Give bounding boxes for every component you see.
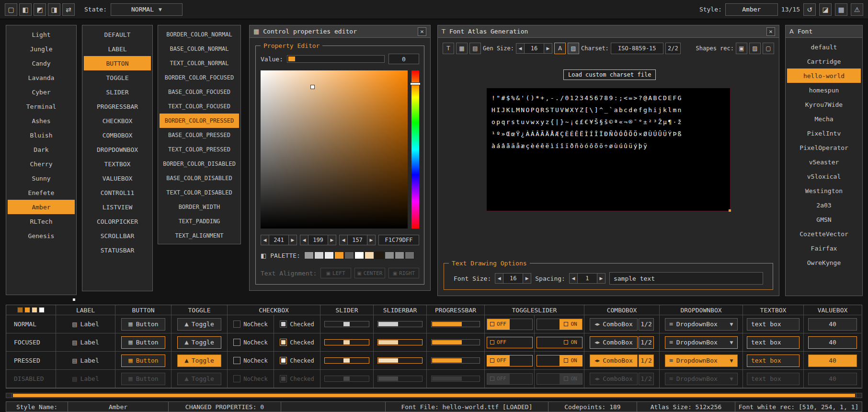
dropdownbox-control[interactable]: ≡DropdownBox▼ [665,318,738,331]
font-item[interactable]: Westington [787,183,861,198]
font-item[interactable]: PixelIntv [787,126,861,140]
checkbox-unchecked[interactable]: NoCheck [233,357,268,364]
property-item[interactable]: BORDER_COLOR_NORMAL [160,27,239,42]
align-center-button[interactable]: ▣CENTER [354,268,385,278]
property-item[interactable]: BORDER_COLOR_DISABLED [160,157,239,171]
about-button[interactable]: ⚠ [851,3,863,16]
combobox-control[interactable]: ◂▸ComboBox [590,336,638,349]
font-item[interactable]: v5easter [787,155,861,169]
scrollbar-handle[interactable] [13,394,855,397]
green-value[interactable]: 199 [308,235,328,245]
property-item[interactable]: BASE_COLOR_FOCUSED [160,85,239,99]
gen-size-value[interactable]: 16 [525,43,544,54]
shapes-rec-button-3[interactable]: ▢ [763,43,774,54]
font-item[interactable]: Fairfax [787,241,861,255]
font-item[interactable]: v5loxical [787,169,861,183]
combobox-control[interactable]: ◂▸ComboBox [590,355,638,367]
color-swatch[interactable] [334,252,344,259]
control-type-item[interactable]: LISTVIEW [84,200,151,214]
color-swatch[interactable] [32,307,37,313]
style-dropdown[interactable]: Amber [725,3,778,16]
style-item[interactable]: Dark [8,142,75,157]
style-item[interactable]: Candy [8,56,75,70]
color-picker[interactable] [261,70,408,229]
property-item[interactable]: TEXT_ALIGNMENT [160,229,239,243]
toggleslider-on[interactable]: ON [537,337,582,348]
style-item[interactable]: Lavanda [8,70,75,85]
decrement-button[interactable]: ◀ [495,273,503,284]
decrement-button[interactable]: ◀ [300,235,308,245]
property-item[interactable]: TEXT_PADDING [160,214,239,229]
value-slider[interactable] [287,55,385,63]
scroll-right-button[interactable] [856,393,862,398]
color-swatch[interactable] [324,252,334,259]
button-control[interactable]: ▦Button [121,355,165,367]
toggle-control[interactable]: ▲Toggle [177,336,221,349]
style-item[interactable]: Jungle [8,42,75,56]
color-swatch[interactable] [405,252,414,259]
checkbox-checked[interactable]: Checked [280,339,314,346]
control-type-item[interactable]: SCROLLBAR [84,229,151,243]
shapes-rec-button-2[interactable]: ▨ [749,43,761,54]
style-item[interactable]: RLTech [8,214,75,229]
slider-handle[interactable] [343,322,350,326]
control-type-item[interactable]: CONTROL11 [84,185,151,200]
style-item[interactable]: Cherry [8,157,75,171]
new-file-button[interactable]: ▢ [5,3,17,16]
decrement-button[interactable]: ◀ [261,235,269,245]
table-view-button[interactable]: ▦ [835,3,847,16]
color-swatch[interactable] [39,307,45,313]
combobox-counter[interactable]: 1/2 [639,318,654,331]
property-item[interactable]: BASE_COLOR_DISABLED [160,171,239,185]
button-control[interactable]: ▦Button [121,336,165,349]
horizontal-scrollbar[interactable] [6,393,862,398]
propwin-titlebar[interactable]: ▦ Control properties editor × [250,25,430,38]
checkbox-unchecked[interactable]: NoCheck [233,320,268,328]
control-type-item[interactable]: DEFAULT [84,27,151,42]
charset-mode-button[interactable]: ▨ [568,43,579,54]
font-item[interactable]: default [787,40,861,54]
valuebox-control[interactable]: 40 [808,336,857,349]
atlas-export-button[interactable]: ▤ [469,43,481,54]
toggle-control[interactable]: ▲Toggle [177,355,221,367]
shapes-rec-button-1[interactable]: ▣ [736,43,747,54]
increment-button[interactable]: ▶ [597,273,605,284]
sliderbar-control[interactable] [377,321,423,327]
save-file-button[interactable]: ◩ [34,3,46,16]
combobox-counter[interactable]: 1/2 [639,355,654,367]
color-swatch[interactable] [304,252,314,259]
align-right-button[interactable]: ▣RIGHT [388,268,419,278]
sliderbar-control[interactable] [377,357,423,364]
style-item[interactable]: Cyber [8,85,75,99]
decrement-button[interactable]: ◀ [339,235,348,245]
fontwin-titlebar[interactable]: T Font Atlas Generation × [438,25,779,38]
hex-value-box[interactable]: F1C79DFF [378,235,419,245]
scroll-left-button[interactable] [6,393,12,398]
combobox-counter[interactable]: 1/2 [639,336,654,349]
load-charset-button[interactable]: A [554,43,566,54]
control-type-item[interactable]: BUTTON [84,56,151,70]
control-type-item[interactable]: PROGRESSBAR [84,99,151,114]
color-swatch[interactable] [395,252,404,259]
color-swatch[interactable] [24,307,30,313]
color-swatch[interactable] [385,252,394,259]
slider-control[interactable] [324,321,369,327]
font-item[interactable]: Mecha [787,112,861,126]
checkbox-checked[interactable]: Checked [280,320,314,328]
checkbox-box[interactable] [233,357,240,364]
checkbox-box[interactable] [280,357,287,364]
hue-bar[interactable] [411,70,419,229]
align-left-button[interactable]: ▣LEFT [320,268,351,278]
toggleslider-off[interactable]: OFF [487,337,533,348]
toggleslider-off[interactable]: OFF [487,355,533,366]
font-item[interactable]: 2a03 [787,198,861,212]
checkbox-box[interactable] [280,320,287,328]
font-item[interactable]: homespun [787,83,861,97]
color-swatch[interactable] [365,252,374,259]
open-file-button[interactable]: ◧ [19,3,32,16]
button-control[interactable]: ▦Button [121,318,165,331]
atlas-view-button[interactable]: ▦ [456,43,468,54]
textbox-control[interactable]: text box [747,336,799,349]
slider-control[interactable] [324,339,369,345]
color-swatch[interactable] [344,252,354,259]
